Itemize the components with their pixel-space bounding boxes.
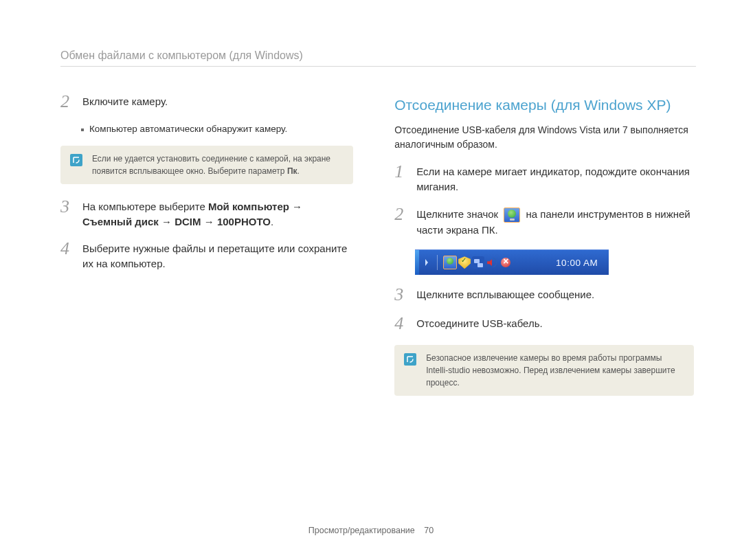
page-topic: Обмен файлами с компьютером (для Windows… xyxy=(60,49,696,67)
note-icon xyxy=(70,154,82,166)
step-1: 1 Если на камере мигает индикатор, подож… xyxy=(394,164,694,194)
note-box: Если не удается установить соединение с … xyxy=(60,146,353,184)
safe-remove-icon xyxy=(504,208,520,223)
step-number: 2 xyxy=(394,205,412,238)
step-number: 3 xyxy=(394,286,412,304)
step-text: Включите камеру. xyxy=(82,94,353,111)
tray-network-icon xyxy=(472,256,484,269)
step-4: 4 Отсоедините USB-кабель. xyxy=(394,316,694,333)
bullet-text: Компьютер автоматически обнаружит камеру… xyxy=(89,123,287,136)
step-number: 1 xyxy=(394,163,412,194)
section-heading: Отсоединение камеры (для Windows XP) xyxy=(394,97,694,113)
step-text: На компьютере выберите Мой компьютер → С… xyxy=(82,199,353,229)
step-2: 2 Щелкните значок на панели инструментов… xyxy=(394,207,694,238)
tray-safe-remove-icon xyxy=(443,256,457,269)
step-3: 3 Щелкните всплывающее сообщение. xyxy=(394,287,694,304)
step-number: 4 xyxy=(60,240,78,271)
note-text: Безопасное извлечение камеры во время ра… xyxy=(426,352,684,389)
tray-close-icon xyxy=(499,256,512,269)
tray-edge xyxy=(415,250,419,275)
right-column: Отсоединение камеры (для Windows XP) Отс… xyxy=(394,94,694,411)
step-number: 2 xyxy=(60,93,78,111)
step-text: Выберите нужные файлы и перетащите или с… xyxy=(82,241,353,271)
note-text: Если не удается установить соединение с … xyxy=(92,153,344,177)
bullet-dot-icon xyxy=(81,128,84,131)
step-number: 3 xyxy=(60,198,78,229)
note-icon xyxy=(404,353,416,366)
tray-clock: 10:00 AM xyxy=(556,258,609,268)
section-intro: Отсоединение USB-кабеля для Windows Vist… xyxy=(394,123,694,152)
left-column: 2 Включите камеру. Компьютер автоматичес… xyxy=(60,94,353,411)
page-number: 70 xyxy=(424,526,434,535)
footer-section: Просмотр/редактирование xyxy=(308,526,415,535)
step-text: Отсоедините USB-кабель. xyxy=(416,316,694,333)
step-text: Щелкните всплывающее сообщение. xyxy=(416,287,694,304)
tray-security-icon xyxy=(458,256,471,269)
xp-taskbar-tray: 10:00 AM xyxy=(415,249,609,275)
tray-separator-icon xyxy=(437,255,438,270)
page-footer: Просмотр/редактирование 70 xyxy=(0,526,742,535)
step-2: 2 Включите камеру. xyxy=(60,94,353,111)
step-text: Если на камере мигает индикатор, подожди… xyxy=(416,164,694,194)
step-number: 4 xyxy=(394,315,412,333)
step-text: Щелкните значок на панели инструментов в… xyxy=(416,207,694,238)
step-2-bullet: Компьютер автоматически обнаружит камеру… xyxy=(81,123,353,136)
note-box: Безопасное извлечение камеры во время ра… xyxy=(394,345,694,396)
tray-icons xyxy=(442,256,513,269)
tray-expand-icon xyxy=(420,250,433,275)
manual-page: Обмен файлами с компьютером (для Windows… xyxy=(0,0,742,560)
tray-volume-icon xyxy=(486,256,498,269)
step-3: 3 На компьютере выберите Мой компьютер →… xyxy=(60,199,353,229)
step-4: 4 Выберите нужные файлы и перетащите или… xyxy=(60,241,353,271)
